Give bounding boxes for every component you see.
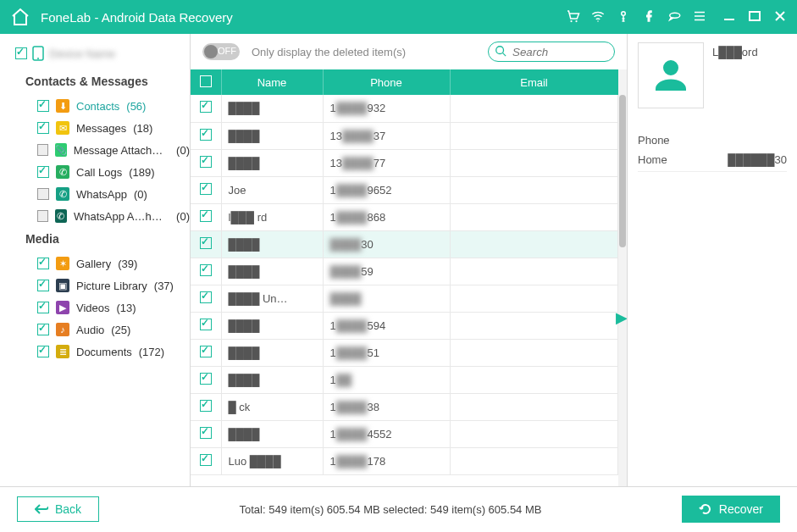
table-row[interactable]: Luo ████1████178 (191, 447, 618, 474)
row-checkbox[interactable] (200, 237, 212, 249)
checkbox[interactable] (37, 280, 49, 291)
table-row[interactable]: ████████30 (191, 230, 618, 258)
cell-name: ████ (221, 420, 323, 447)
recover-icon (699, 502, 712, 516)
cell-phone: 1████9652 (323, 176, 450, 203)
row-checkbox[interactable] (200, 373, 212, 385)
key-icon[interactable] (616, 8, 631, 26)
category-icon: ✆ (55, 209, 67, 223)
device-name: Device Name (49, 47, 174, 60)
sidebar-item-whatsapp[interactable]: ✆WhatsApp (0) (0, 183, 190, 205)
sidebar-item-label: Picture Library (76, 280, 147, 292)
device-row[interactable]: Device Name (0, 42, 190, 69)
table-row[interactable]: ████ Un…████ (191, 285, 618, 312)
table-scroll[interactable]: Name Phone Email ████1████932████13████3… (191, 69, 618, 486)
table-row[interactable]: l███ rd1████868 (191, 203, 618, 230)
table-row[interactable]: ████████59 (191, 258, 618, 285)
scrollbar[interactable] (618, 69, 627, 486)
checkbox[interactable] (37, 302, 49, 313)
row-checkbox[interactable] (200, 129, 212, 141)
back-button[interactable]: Back (17, 496, 99, 522)
menu-icon[interactable] (692, 8, 707, 26)
deleted-only-toggle[interactable]: OFF (202, 43, 240, 60)
sidebar-item-contacts[interactable]: ⬇Contacts (56) (0, 95, 190, 117)
sidebar-item-call-logs[interactable]: ✆Call Logs (189) (0, 161, 190, 183)
sidebar-item-count: (18) (133, 122, 152, 135)
table-row[interactable]: ████1██ (191, 366, 618, 393)
header-phone[interactable]: Phone (323, 69, 450, 95)
checkbox[interactable] (37, 166, 49, 178)
cell-email (450, 447, 618, 474)
row-checkbox[interactable] (200, 454, 212, 466)
svg-point-0 (570, 19, 572, 21)
feedback-icon[interactable] (667, 8, 682, 26)
facebook-icon[interactable] (641, 8, 656, 26)
table-row[interactable]: █ ck1████38 (191, 393, 618, 420)
checkbox[interactable] (37, 100, 49, 112)
cell-phone: 1████38 (323, 393, 450, 420)
row-checkbox[interactable] (200, 156, 212, 168)
sidebar-item-count: (189) (129, 166, 154, 179)
checkbox[interactable] (37, 122, 49, 134)
checkbox[interactable] (37, 188, 49, 200)
row-checkbox[interactable] (200, 319, 212, 330)
row-checkbox[interactable] (200, 291, 212, 303)
wifi-icon[interactable] (590, 8, 606, 26)
row-checkbox[interactable] (200, 101, 212, 113)
cell-name: ████ (221, 312, 323, 339)
sidebar-item-videos[interactable]: ▶Videos (13) (0, 296, 190, 319)
sidebar-item-gallery[interactable]: ✶Gallery (39) (0, 252, 190, 274)
scrollbar-thumb[interactable] (619, 95, 626, 247)
row-checkbox[interactable] (200, 400, 212, 412)
sidebar-item-whatsapp-a-hments[interactable]: ✆WhatsApp A…hments (0) (0, 205, 190, 227)
table-row[interactable]: ████1████51 (191, 339, 618, 366)
recover-button[interactable]: Recover (682, 496, 780, 523)
svg-point-6 (37, 58, 39, 59)
cart-icon[interactable] (565, 8, 580, 26)
table-row[interactable]: ████1████594 (191, 312, 618, 339)
table-row[interactable]: ████13████77 (191, 149, 618, 176)
table-row[interactable]: ████1████4552 (191, 420, 618, 447)
table-row[interactable]: ████13████37 (191, 122, 618, 149)
row-checkbox[interactable] (200, 427, 212, 439)
row-checkbox[interactable] (200, 346, 212, 357)
row-checkbox[interactable] (200, 264, 212, 276)
device-checkbox[interactable] (15, 47, 27, 59)
maximize-icon[interactable] (748, 9, 761, 25)
checkbox[interactable] (37, 144, 48, 156)
sidebar-item-message-attachments[interactable]: 📎Message Attachments (0) (0, 139, 190, 161)
home-icon[interactable] (10, 7, 30, 27)
main-area: Device Name Contacts & Messages ⬇Contact… (0, 34, 797, 487)
checkbox[interactable] (37, 258, 49, 269)
svg-point-3 (622, 11, 626, 15)
expand-detail-arrow[interactable]: ▶ (616, 308, 627, 327)
header-email[interactable]: Email (450, 69, 618, 95)
cell-name: l███ rd (221, 203, 323, 230)
table-row[interactable]: Joe1████9652 (191, 176, 618, 203)
close-icon[interactable] (773, 9, 787, 25)
toggle-text: Only display the deleted item(s) (252, 46, 406, 58)
table-row[interactable]: ████1████932 (191, 95, 618, 122)
avatar (638, 42, 704, 108)
row-checkbox[interactable] (200, 183, 212, 195)
sidebar-item-documents[interactable]: ≣Documents (172) (0, 341, 190, 363)
search-input[interactable] (488, 42, 615, 62)
cell-name: █ ck (221, 393, 323, 420)
sidebar-item-audio[interactable]: ♪Audio (25) (0, 319, 190, 341)
sidebar-item-label: WhatsApp (76, 188, 127, 201)
category-icon: ▶ (56, 301, 69, 314)
cell-email (450, 366, 618, 393)
sidebar-item-messages[interactable]: ✉Messages (18) (0, 117, 190, 139)
svg-point-1 (575, 19, 577, 21)
minimize-icon[interactable] (722, 9, 736, 25)
detail-pane: L███ord Phone Home ██████30 (628, 34, 797, 486)
checkbox[interactable] (37, 346, 49, 357)
sidebar-item-picture-library[interactable]: ▣Picture Library (37) (0, 274, 190, 296)
cell-email (450, 258, 618, 285)
titlebar-icons (565, 8, 707, 26)
header-name[interactable]: Name (221, 69, 323, 95)
checkbox[interactable] (37, 210, 48, 222)
row-checkbox[interactable] (200, 210, 212, 222)
checkbox[interactable] (37, 324, 49, 335)
header-checkbox[interactable] (191, 69, 221, 95)
